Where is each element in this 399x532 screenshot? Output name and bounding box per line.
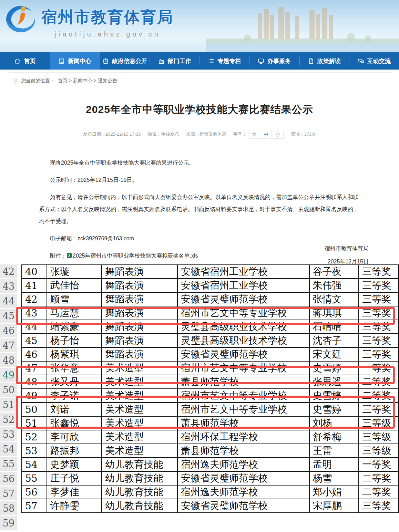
name-cell: 庄子悦 [47,471,102,485]
font-size-button-大[interactable]: 大 [248,130,260,139]
excel-row-number: 58 [0,501,17,515]
teacher-cell: 史雪婷 [309,389,359,403]
table-row: 45杨子怡舞蹈表演灵璧县高级职业技术学校沈杏子三等奖 [22,334,399,347]
excel-row-number: 46 [0,324,17,337]
excel-row-number: 56 [0,472,17,486]
award-cell: 二等奖 [359,389,399,403]
teacher-cell: 刘杨 [309,416,359,430]
category-cell: 舞蹈表演 [102,320,177,334]
meta-divider [22,144,377,144]
table-row: 55庄子悦幼儿教育技能安徽省灵璧师范学校杨雪二等奖 [22,471,399,485]
award-cell: 三等奖 [359,279,399,292]
source: 来源：宿州市教体局 [186,131,226,137]
location-pin-icon [13,78,18,84]
excel-row-number: 52 [0,413,17,426]
category-cell: 舞蹈表演 [102,279,177,292]
excel-row-number: 45 [0,309,17,323]
main-nav: 首页新闻中心政府信息公开部门工作专题专栏办事服务政策解读互动交流 [0,52,399,70]
award-cell: 三等奖 [359,347,399,361]
teacher-cell: 郑小娟 [309,485,359,499]
attachment-label: 附件： [50,253,66,259]
category-cell: 美术造型 [102,416,177,430]
seq-cell: 54 [22,458,47,471]
name-cell: 马运慧 [47,306,102,320]
nav-item-部门工作[interactable]: 部门工作 [150,52,200,70]
nav-item-办事服务[interactable]: 办事服务 [249,52,299,70]
topics-icon [208,58,214,64]
results-table-area: 424344454647484950515253545556575859 40张… [0,264,399,532]
category-cell: 美术造型 [102,444,177,458]
excel-row-number: 51 [0,398,17,411]
article-body: 现将2025年全市中等职业学校技能大赛比赛结果进行公示。公示时间：2025年12… [39,157,360,244]
site-banner: 宿州市教育体育局 jiaotiju.ahsz.gov.cn [0,0,399,52]
teacher-cell: 宋厚鹏 [309,499,359,513]
home-icon [14,58,21,64]
font-size-buttons: 大中小 [248,130,284,139]
school-cell: 宿州市艺文中等专业学校 [177,403,309,416]
font-size-button-小[interactable]: 小 [272,130,284,139]
seq-cell: 40 [22,265,47,279]
article-paragraph: 如有意见，请在公示期间内，以书面形式向大赛组委会办公室反映。以单位名义反映情况的… [39,191,360,227]
school-cell: 安徽省灵璧师范学校 [177,347,309,361]
seq-cell: 55 [22,471,47,485]
school-cell: 安徽省灵璧师范学校 [177,292,309,306]
article-signature: 宿州市教育体育局 [325,245,369,252]
teacher-cell: 张情文 [309,292,359,306]
nav-item-政策解读[interactable]: 政策解读 [299,52,349,70]
seq-cell: 48 [22,375,47,389]
nav-item-label: 政策解读 [317,57,341,65]
interaction-icon [358,58,364,64]
teacher-cell: 杨雪 [309,471,359,485]
seq-cell: 42 [22,292,47,306]
city-skyline-decoration [206,0,399,52]
table-row: 49李子诺美术造型宿州市艺文中等专业学校史雪婷二等奖 [22,389,399,403]
category-cell: 幼儿教育技能 [102,471,177,485]
category-cell: 舞蹈表演 [102,306,177,320]
category-cell: 美术造型 [102,403,177,416]
nav-item-首页[interactable]: 首页 [0,52,50,70]
breadcrumb-path[interactable]: 首页 > 新闻中心 > 通知公告 [58,78,117,84]
excel-file-icon [66,253,72,258]
award-cell: 一等奖 [359,361,399,375]
teacher-cell: 谷子夜 [309,265,359,279]
category-cell: 美术造型 [102,389,177,403]
page: 宿州市教育体育局 jiaotiju.ahsz.gov.cn 首页新闻中心政府信息… [0,0,399,532]
attachment-link[interactable]: 2025年宿州市中等职业学校技能大赛拟获奖名单.xls [73,253,198,259]
award-cell: 三等级 [359,430,399,444]
table-row: 44靖紫豪舞蹈表演灵璧县高级职业技术学校石晴晴三等奖 [22,320,399,334]
excel-row-number: 55 [0,457,17,471]
school-cell: 安徽省宿州工业学校 [177,265,309,279]
award-cell: 三等奖 [359,334,399,347]
school-cell: 灵璧县高级职业技术学校 [177,320,309,334]
name-cell: 张鑫悦 [47,416,102,430]
name-cell: 顾雪 [47,292,102,306]
results-table: 40张璇舞蹈表演安徽省宿州工业学校谷子夜三等奖41武佳怡舞蹈表演安徽省宿州工业学… [21,264,399,513]
name-cell: 杨紫琪 [47,347,102,361]
name-cell: 李可欣 [47,430,102,444]
award-cell: 三等奖 [359,403,399,416]
school-cell: 宿州环保工程学校 [177,430,309,444]
nav-item-专题专栏[interactable]: 专题专栏 [200,52,249,70]
fontsize-label: 字号： [233,131,246,137]
category-cell: 舞蹈表演 [102,265,177,279]
category-cell: 舞蹈表演 [102,347,177,361]
school-cell: 灵璧县高级职业技术学校 [177,334,309,347]
award-cell: 二等奖 [359,471,399,485]
award-cell: 三等级 [359,416,399,430]
nav-item-label: 政府信息公开 [112,57,147,65]
nav-item-新闻中心[interactable]: 新闻中心 [50,52,100,70]
seq-cell: 45 [22,334,47,347]
award-cell: 三等奖 [359,499,399,513]
nav-item-互动交流[interactable]: 互动交流 [349,52,399,70]
excel-row-number: 42 [0,264,17,278]
font-size-button-中[interactable]: 中 [260,130,272,139]
table-row: 57许静雯幼儿教育技能安徽省灵璧师范学校宋厚鹏三等奖 [22,499,399,513]
teacher-cell: 宋文廷 [309,347,359,361]
excel-row-number: 44 [0,294,17,308]
seq-cell: 50 [22,403,47,416]
nav-item-政府信息公开[interactable]: 政府信息公开 [100,52,150,70]
school-cell: 安徽省灵璧师范学校 [177,499,309,513]
excel-row-number: 57 [0,487,17,500]
name-cell: 武佳怡 [47,279,102,292]
school-cell: 萧县师范学校 [177,416,309,430]
